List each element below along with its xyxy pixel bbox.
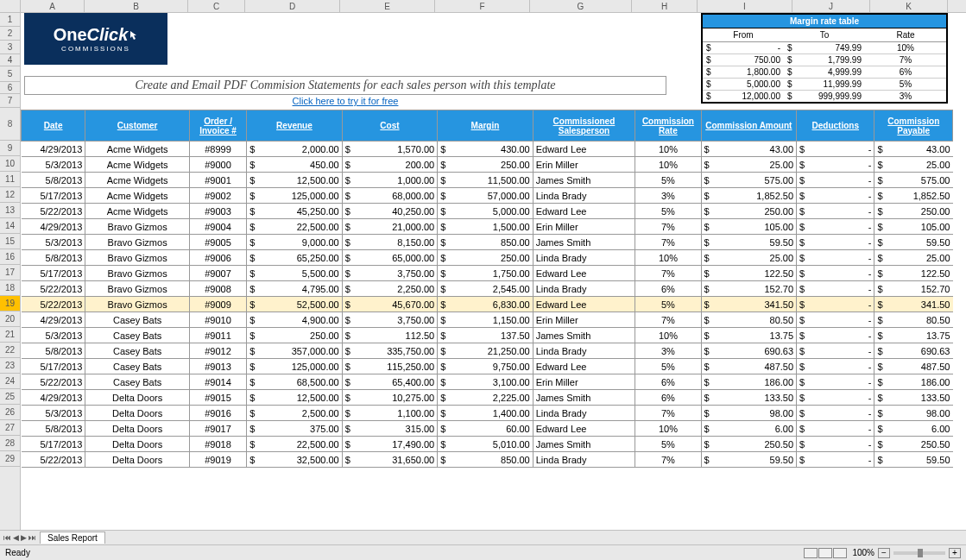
- cell-deductions[interactable]: $-: [797, 359, 874, 374]
- cell-rate[interactable]: 6%: [635, 390, 701, 406]
- row-header-3[interactable]: 3: [0, 41, 20, 54]
- cell-invoice[interactable]: #8999: [189, 142, 246, 157]
- cell-payable[interactable]: $59.50: [874, 452, 953, 468]
- cell-salesperson[interactable]: Linda Brady: [533, 343, 635, 359]
- cell-cost[interactable]: $10,275.00: [342, 390, 438, 406]
- column-header-g[interactable]: G: [530, 0, 632, 12]
- cell-invoice[interactable]: #9015: [189, 390, 246, 406]
- cell-customer[interactable]: Casey Bats: [85, 328, 190, 343]
- cell-cost[interactable]: $68,000.00: [342, 188, 438, 204]
- cell-revenue[interactable]: $12,500.00: [247, 173, 343, 188]
- cell-date[interactable]: 5/8/2013: [22, 343, 85, 359]
- cell-amount[interactable]: $98.00: [701, 406, 797, 421]
- cell-deductions[interactable]: $-: [797, 204, 874, 219]
- cell-date[interactable]: 5/3/2013: [22, 328, 85, 343]
- cell-margin[interactable]: $5,000.00: [438, 204, 534, 219]
- cell-cost[interactable]: $8,150.00: [342, 235, 438, 250]
- cell-invoice[interactable]: #9000: [189, 157, 246, 173]
- cell-invoice[interactable]: #9001: [189, 173, 246, 188]
- table-row[interactable]: 5/8/2013Delta Doors#9017$375.00$315.00$6…: [22, 421, 953, 437]
- cell-salesperson[interactable]: Erin Miller: [533, 312, 635, 328]
- cell-amount[interactable]: $25.00: [701, 157, 797, 173]
- cell-payable[interactable]: $1,852.50: [874, 188, 953, 204]
- table-row[interactable]: 5/17/2013Acme Widgets#9002$125,000.00$68…: [22, 188, 953, 204]
- cell-cost[interactable]: $200.00: [342, 157, 438, 173]
- tab-first-icon[interactable]: ⏮: [3, 533, 11, 542]
- sheet-tab-sales-report[interactable]: Sales Report: [40, 532, 105, 544]
- row-header-8[interactable]: 8: [0, 108, 20, 141]
- cell-deductions[interactable]: $-: [797, 281, 874, 297]
- cell-date[interactable]: 5/3/2013: [22, 406, 85, 421]
- cell-salesperson[interactable]: Linda Brady: [533, 281, 635, 297]
- cell-salesperson[interactable]: Edward Lee: [533, 204, 635, 219]
- cell-salesperson[interactable]: James Smith: [533, 437, 635, 452]
- cell-payable[interactable]: $105.00: [874, 219, 953, 235]
- cell-rate[interactable]: 7%: [635, 406, 701, 421]
- row-header-23[interactable]: 23: [0, 358, 20, 374]
- cell-revenue[interactable]: $357,000.00: [247, 343, 343, 359]
- cell-revenue[interactable]: $9,000.00: [247, 235, 343, 250]
- cell-rate[interactable]: 5%: [635, 359, 701, 374]
- row-header-22[interactable]: 22: [0, 343, 20, 358]
- cell-payable[interactable]: $133.50: [874, 390, 953, 406]
- cell-invoice[interactable]: #9009: [189, 297, 246, 312]
- cell-margin[interactable]: $2,225.00: [438, 390, 534, 406]
- cell-amount[interactable]: $487.50: [701, 359, 797, 374]
- cell-payable[interactable]: $575.00: [874, 173, 953, 188]
- cell-revenue[interactable]: $250.00: [247, 328, 343, 343]
- cell-revenue[interactable]: $65,250.00: [247, 250, 343, 266]
- cell-payable[interactable]: $13.75: [874, 328, 953, 343]
- cell-amount[interactable]: $1,852.50: [701, 188, 797, 204]
- column-header-a[interactable]: A: [21, 0, 85, 12]
- cell-salesperson[interactable]: James Smith: [533, 328, 635, 343]
- cell-payable[interactable]: $122.50: [874, 266, 953, 281]
- row-header-28[interactable]: 28: [0, 436, 20, 451]
- cell-revenue[interactable]: $4,900.00: [247, 312, 343, 328]
- column-header-i[interactable]: I: [698, 0, 792, 12]
- cell-revenue[interactable]: $375.00: [247, 421, 343, 437]
- col-header[interactable]: Customer: [85, 110, 190, 142]
- cell-rate[interactable]: 10%: [635, 421, 701, 437]
- cell-amount[interactable]: $25.00: [701, 250, 797, 266]
- view-normal-icon[interactable]: [804, 548, 818, 558]
- cell-payable[interactable]: $487.50: [874, 359, 953, 374]
- table-row[interactable]: 5/22/2013Bravo Gizmos#9009$52,500.00$45,…: [22, 297, 953, 312]
- cell-margin[interactable]: $3,100.00: [438, 374, 534, 390]
- promo-link[interactable]: Click here to try it for free: [24, 95, 666, 107]
- cell-date[interactable]: 5/22/2013: [22, 204, 85, 219]
- table-row[interactable]: 5/17/2013Delta Doors#9018$22,500.00$17,4…: [22, 437, 953, 452]
- cell-invoice[interactable]: #9002: [189, 188, 246, 204]
- table-row[interactable]: 4/29/2013Bravo Gizmos#9004$22,500.00$21,…: [22, 219, 953, 235]
- cell-amount[interactable]: $133.50: [701, 390, 797, 406]
- column-header-h[interactable]: H: [632, 0, 698, 12]
- cell-cost[interactable]: $315.00: [342, 421, 438, 437]
- cell-deductions[interactable]: $-: [797, 437, 874, 452]
- cell-margin[interactable]: $1,150.00: [438, 312, 534, 328]
- cell-salesperson[interactable]: Edward Lee: [533, 421, 635, 437]
- cell-payable[interactable]: $25.00: [874, 250, 953, 266]
- row-header-21[interactable]: 21: [0, 327, 20, 343]
- cell-date[interactable]: 5/3/2013: [22, 157, 85, 173]
- cell-cost[interactable]: $3,750.00: [342, 266, 438, 281]
- cell-margin[interactable]: $1,500.00: [438, 219, 534, 235]
- cell-cost[interactable]: $65,000.00: [342, 250, 438, 266]
- cell-date[interactable]: 5/22/2013: [22, 297, 85, 312]
- row-header-24[interactable]: 24: [0, 374, 20, 389]
- row-header-16[interactable]: 16: [0, 249, 20, 265]
- cell-customer[interactable]: Delta Doors: [85, 406, 190, 421]
- cell-salesperson[interactable]: Linda Brady: [533, 406, 635, 421]
- cell-rate[interactable]: 6%: [635, 281, 701, 297]
- cell-payable[interactable]: $152.70: [874, 281, 953, 297]
- cell-margin[interactable]: $60.00: [438, 421, 534, 437]
- cell-salesperson[interactable]: Linda Brady: [533, 188, 635, 204]
- cell-deductions[interactable]: $-: [797, 142, 874, 157]
- cell-salesperson[interactable]: Edward Lee: [533, 266, 635, 281]
- cell-salesperson[interactable]: Edward Lee: [533, 359, 635, 374]
- cell-revenue[interactable]: $52,500.00: [247, 297, 343, 312]
- cell-invoice[interactable]: #9007: [189, 266, 246, 281]
- cell-payable[interactable]: $80.50: [874, 312, 953, 328]
- cell-invoice[interactable]: #9019: [189, 452, 246, 468]
- cell-deductions[interactable]: $-: [797, 250, 874, 266]
- cell-date[interactable]: 5/17/2013: [22, 188, 85, 204]
- cell-amount[interactable]: $105.00: [701, 219, 797, 235]
